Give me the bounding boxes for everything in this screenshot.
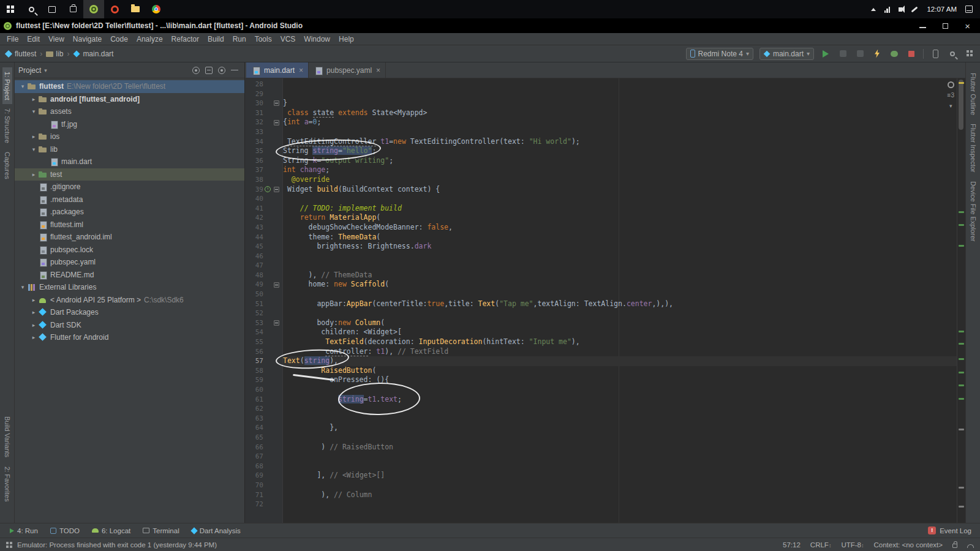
line-number[interactable]: 69 [245, 471, 263, 481]
line-number[interactable]: 35 [245, 146, 263, 156]
caret-position[interactable]: 57:12 [783, 541, 801, 549]
code-line[interactable]: 54 children: <Widget>[ [245, 328, 965, 337]
code-line[interactable]: 66 ) // RaisedButton [245, 443, 965, 452]
line-number[interactable]: 37 [245, 165, 263, 175]
line-number[interactable]: 72 [245, 500, 263, 509]
code-line[interactable]: 56 controller: t1), // TextField [245, 347, 965, 357]
line-number[interactable]: 29 [245, 89, 263, 99]
start-button[interactable] [0, 0, 21, 18]
line-number[interactable]: 60 [245, 385, 263, 395]
stripe-button-1-project[interactable]: 1: Project [2, 67, 12, 104]
line-number[interactable]: 70 [245, 481, 263, 490]
line-number[interactable]: 42 [245, 213, 263, 223]
code-line[interactable]: 31 class state extends State<Myappd> [245, 108, 965, 118]
toolwindow-switcher-icon[interactable] [6, 542, 12, 548]
line-number[interactable]: 66 [245, 443, 263, 452]
breadcrumb-item-main.dart[interactable]: main.dart [73, 50, 113, 58]
code-line[interactable]: 40 [245, 194, 965, 204]
menu-vcs[interactable]: VCS [276, 35, 300, 43]
line-number[interactable]: 36 [245, 156, 263, 166]
android-studio-taskbar-button[interactable] [83, 0, 104, 18]
tree-item[interactable]: ▾fluttestE:\New folder\2D Teller\fluttes… [15, 80, 244, 93]
line-number[interactable]: 44 [245, 233, 263, 242]
stripe-button-captures[interactable]: Captures [2, 148, 12, 184]
line-number[interactable]: 63 [245, 414, 263, 424]
stripe-button-build-variants[interactable]: Build Variants [2, 412, 12, 462]
tree-item[interactable]: fluttest_android.iml [15, 231, 244, 244]
code-line[interactable]: 46 [245, 252, 965, 261]
code-line[interactable]: 47 [245, 261, 965, 271]
menu-build[interactable]: Build [203, 35, 228, 43]
line-number[interactable]: 38 [245, 175, 263, 185]
line-number[interactable]: 28 [245, 80, 263, 89]
code-line[interactable]: 48 ), // ThemeData [245, 271, 965, 280]
tree-item[interactable]: README.md [15, 269, 244, 282]
line-number[interactable]: 41 [245, 204, 263, 214]
debug-button[interactable] [889, 48, 900, 59]
line-number[interactable]: 56 [245, 347, 263, 357]
code-line[interactable]: 52 [245, 309, 965, 318]
line-number[interactable]: 53 [245, 318, 263, 328]
line-number[interactable]: 32 [245, 118, 263, 127]
code-line[interactable]: 67 [245, 452, 965, 462]
editor-tab-main.dart[interactable]: main.dart× [246, 62, 309, 78]
chevron-right-icon[interactable]: ▸ [29, 297, 38, 303]
stripe-button-flutter-inspector[interactable]: Flutter Inspector [968, 119, 978, 176]
tree-item[interactable]: ▾assets [15, 105, 244, 118]
code-line[interactable]: 71 ), // Column [245, 490, 965, 500]
code-line[interactable]: 37int change; [245, 165, 965, 175]
line-number[interactable]: 65 [245, 433, 263, 443]
toolwindow-button-terminal[interactable]: Terminal [137, 523, 185, 538]
code-line[interactable]: 29 [245, 89, 965, 99]
tree-item[interactable]: ▸Flutter for Android [15, 331, 244, 344]
code-line[interactable]: 49 home: new Scaffold( [245, 280, 965, 290]
network-icon[interactable] [884, 6, 891, 13]
tree-item[interactable]: fluttest.iml [15, 219, 244, 231]
line-number[interactable]: 39 [245, 185, 263, 195]
close-tab-icon[interactable]: × [299, 66, 303, 75]
code-line[interactable]: 30} [245, 99, 965, 108]
run-config-selector[interactable]: main.dart ▾ [760, 48, 814, 60]
toolwindow-button-todo[interactable]: TODO [44, 523, 86, 538]
chevron-down-icon[interactable]: ▾ [18, 83, 27, 89]
profile-button[interactable] [837, 48, 848, 59]
maximize-button[interactable] [942, 23, 949, 29]
line-number[interactable]: 54 [245, 328, 263, 337]
line-number[interactable]: 59 [245, 375, 263, 385]
line-number[interactable]: 68 [245, 462, 263, 471]
code-line[interactable]: 69 ], // <Widget>[] [245, 471, 965, 481]
line-number[interactable]: 51 [245, 299, 263, 309]
code-line[interactable]: 43 debugShowCheckedModeBanner: false, [245, 223, 965, 233]
device-selector[interactable]: Redmi Note 4 ▾ [686, 48, 753, 60]
code-line[interactable]: 41 // TODO: implement build [245, 204, 965, 214]
tree-item[interactable]: ▾lib [15, 143, 244, 156]
fold-marker-icon[interactable] [274, 120, 279, 126]
code-line[interactable]: 51 appBar:AppBar(centerTitle:true,title:… [245, 299, 965, 309]
editor-settings-gear-icon[interactable] [948, 81, 954, 88]
line-number[interactable]: 52 [245, 309, 263, 318]
toolwindow-button-dart-analysis[interactable]: Dart Analysis [186, 523, 247, 538]
device-manager-button[interactable] [930, 48, 941, 59]
chevron-right-icon[interactable]: ▸ [29, 334, 38, 340]
fold-marker-icon[interactable] [274, 282, 279, 288]
stripe-button-2-favorites[interactable]: 2: Favorites [2, 462, 12, 506]
code-line[interactable]: 39↑ Widget build(BuildContext context) { [245, 185, 965, 195]
code-line[interactable]: 28 [245, 80, 965, 89]
code-line[interactable]: 59 onPressed: (){ [245, 375, 965, 385]
tray-expand-icon[interactable] [871, 8, 876, 11]
menu-window[interactable]: Window [300, 35, 334, 43]
fold-marker-icon[interactable] [274, 187, 279, 192]
hide-panel-icon[interactable] [231, 67, 238, 74]
locate-file-icon[interactable] [192, 67, 200, 74]
chrome-button[interactable] [146, 0, 167, 18]
stop-button[interactable] [906, 48, 917, 59]
line-number[interactable]: 30 [245, 99, 263, 108]
line-number[interactable]: 64 [245, 423, 263, 433]
tree-item[interactable]: pubspec.lock [15, 244, 244, 257]
chevron-right-icon[interactable]: ▸ [29, 133, 38, 140]
line-number[interactable]: 62 [245, 404, 263, 414]
chevron-right-icon[interactable]: ▸ [29, 96, 38, 102]
tree-item[interactable]: ▸Dart Packages [15, 306, 244, 319]
error-stripe[interactable] [957, 78, 965, 523]
tree-item[interactable]: .metadata [15, 193, 244, 206]
